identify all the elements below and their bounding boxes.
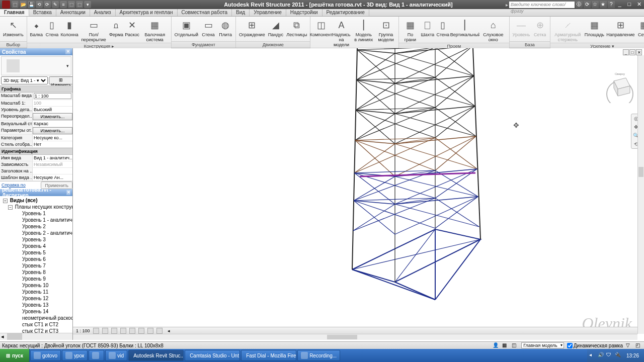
ribbon-button[interactable]: ◢Пандус	[267, 18, 285, 38]
workset-icon[interactable]: 👤	[493, 342, 499, 349]
qat-button[interactable]: ≡	[60, 1, 67, 8]
ribbon-button[interactable]: ▭Стена	[200, 18, 217, 38]
ribbon-tab[interactable]: Аннотации	[56, 9, 90, 16]
taskbar-item[interactable]: Autodesk Revit Struc...	[128, 350, 184, 361]
expand-icon[interactable]: −	[3, 199, 8, 203]
qat-button[interactable]: ⬚	[76, 1, 83, 8]
taskbar-item[interactable]: vid	[105, 350, 127, 361]
tree-node[interactable]: Уровень 13	[0, 302, 72, 308]
taskbar-item[interactable]: урок	[62, 350, 88, 361]
taskbar-item[interactable]	[89, 350, 104, 361]
clock[interactable]: 13:26	[623, 353, 642, 358]
scale-display[interactable]: 1 : 100	[76, 328, 90, 333]
property-input[interactable]	[34, 93, 71, 99]
vp-close-icon[interactable]: ✕	[636, 49, 642, 55]
tree-node[interactable]: Уровень 14	[0, 308, 72, 315]
taskbar-item[interactable]: Fast Dial - Mozilla Fire...	[241, 350, 296, 361]
ribbon-tab[interactable]: Надстройки	[286, 9, 323, 16]
tree-node[interactable]: Уровень 7	[0, 262, 72, 269]
qat-button[interactable]: ✎	[52, 1, 59, 8]
tray-icon[interactable]: 🛡	[606, 352, 613, 359]
ribbon-button[interactable]: ◍Плита	[217, 18, 234, 38]
tray-icon[interactable]: ◂	[589, 352, 596, 359]
ribbon-button[interactable]: AНадпись на модели	[330, 18, 352, 48]
ribbon-button[interactable]: ▣Отдельный	[173, 18, 200, 38]
tree-node[interactable]: Уровень 1	[0, 210, 72, 217]
ribbon-button[interactable]: ⩍Ферма	[108, 18, 124, 38]
ribbon-button[interactable]: ⊞Направление	[605, 18, 635, 38]
qat-button[interactable]: ⬚	[12, 1, 19, 8]
view-control-bar[interactable]: 1 : 100 ◂	[73, 327, 637, 334]
ribbon-button[interactable]: ▦По грани	[400, 18, 420, 43]
tree-node[interactable]: Уровень 9	[0, 276, 72, 282]
design-options-icon[interactable]: ◫	[512, 342, 518, 349]
ribbon-button[interactable]: ⊡Группа модели	[375, 18, 397, 43]
tray-icon[interactable]: 🔌	[615, 352, 622, 359]
browser-hscroll[interactable]: ◂	[0, 333, 72, 340]
property-row[interactable]: ЗависимостьНезависимый	[0, 161, 72, 168]
workset-combo[interactable]: Главная модель	[521, 342, 564, 348]
close-icon[interactable]: ✕	[65, 49, 70, 54]
sync-icon[interactable]: ⟳	[584, 1, 591, 8]
crop-icon[interactable]	[129, 328, 135, 334]
qat-button[interactable]: ⟳	[44, 1, 51, 8]
tree-node[interactable]: Уровень 2 - аналитическ	[0, 230, 72, 236]
reveal-icon[interactable]	[156, 328, 163, 334]
sun-icon[interactable]	[111, 328, 117, 334]
tree-node[interactable]: − Планы несущих конструкций	[0, 204, 72, 210]
ribbon-tab[interactable]: Архитектура и генплан	[116, 9, 178, 16]
maximize-button[interactable]: □	[625, 1, 633, 8]
viewport-3d[interactable]: _ □ ✕	[73, 48, 644, 340]
taskbar-item[interactable]: Camtasia Studio - Unt...	[185, 350, 240, 361]
property-row[interactable]: Шаблон вида ...Несущие Ан...	[0, 174, 72, 181]
visual-style-icon[interactable]	[102, 328, 108, 334]
property-row[interactable]: КатегорияНесущие ко...	[0, 135, 72, 141]
tree-node[interactable]: Уровень 3	[0, 236, 72, 243]
tree-node[interactable]: стык СТ2 и СТ3	[0, 328, 72, 333]
ribbon-button[interactable]: ↖Изменить	[2, 18, 25, 38]
type-preview[interactable]: ▾	[1, 56, 71, 75]
ribbon-tab[interactable]: Вид	[232, 9, 250, 16]
shadows-icon[interactable]	[120, 328, 126, 334]
ribbon-tab[interactable]: Анализ	[90, 9, 116, 16]
qat-button[interactable]: 📂	[20, 1, 27, 8]
property-row[interactable]: Заголовок на ...	[0, 168, 72, 174]
tree-node[interactable]: Уровень 2	[0, 223, 72, 230]
search-input[interactable]: Введите ключевое слово/фразу	[509, 2, 575, 8]
ribbon-button[interactable]: ⬥Балка	[29, 18, 44, 38]
ribbon-tab[interactable]: Главная	[0, 9, 29, 16]
tray-icon[interactable]: 🔊	[598, 352, 605, 359]
hide-isolate-icon[interactable]	[147, 328, 153, 334]
tree-node[interactable]: Уровень 12	[0, 295, 72, 302]
infocenter-icon[interactable]: 🛈	[576, 1, 583, 8]
system-tray[interactable]: ◂ 🔊 🛡 🔌 13:26	[587, 349, 644, 362]
star2-icon[interactable]: ★	[600, 1, 607, 8]
ribbon-button[interactable]: ✕Раскос	[124, 18, 140, 38]
property-section[interactable]: Графика	[0, 85, 72, 93]
tree-node[interactable]: − Виды (все)	[0, 197, 72, 204]
property-row[interactable]: Стиль отобра...Нет	[0, 141, 72, 148]
property-row[interactable]: Визуальный ст...Каркас	[0, 121, 72, 127]
ribbon-button[interactable]: ▯Стена	[435, 18, 450, 38]
horizontal-scrollbar[interactable]	[73, 334, 637, 340]
properties-title[interactable]: Свойства ✕	[0, 48, 72, 55]
editable-icon[interactable]: ▦	[502, 342, 509, 349]
star-icon[interactable]: ☆	[592, 1, 599, 8]
tree-node[interactable]: Уровень 10	[0, 282, 72, 289]
help-icon[interactable]: ?	[608, 1, 615, 8]
tree-node[interactable]: Уровень 6	[0, 256, 72, 262]
property-row[interactable]: Уровень дета...Высокий	[0, 107, 72, 113]
ribbon-tab[interactable]: Редактирование	[323, 9, 369, 16]
app-menu-icon[interactable]	[2, 1, 10, 9]
tree-node[interactable]: Уровень 11	[0, 289, 72, 295]
minimize-button[interactable]: _	[616, 1, 624, 8]
browser-title[interactable]: решётка готова.rvt - Диспетчер... ✕	[0, 189, 72, 196]
tree-node[interactable]: неометричный раскос	[0, 315, 72, 321]
ribbon-button[interactable]: ⌂Слуховое окно	[479, 18, 508, 43]
ribbon-tab[interactable]: Вставка	[29, 9, 56, 16]
ribbon-button[interactable]: ⎮Модель в линиях	[353, 18, 375, 43]
close-icon[interactable]: ✕	[66, 190, 70, 195]
ribbon-button[interactable]: ▮Колонна	[60, 18, 79, 38]
qat-button[interactable]: 💾	[28, 1, 35, 8]
start-button[interactable]: ⊞пуск	[0, 349, 30, 362]
